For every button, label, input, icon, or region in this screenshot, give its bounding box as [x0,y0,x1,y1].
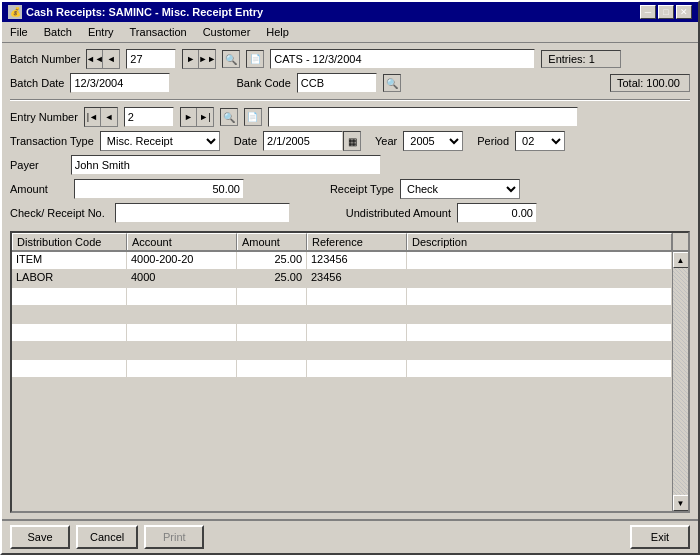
menu-batch[interactable]: Batch [40,24,76,40]
scroll-down-button[interactable]: ▼ [673,495,689,511]
close-button[interactable]: ✕ [676,5,692,19]
undistributed-input[interactable] [457,203,537,223]
entry-number-row: Entry Number |◄ ◄ ► ►| 🔍 📄 [10,107,690,127]
batch-doc-button[interactable]: 📄 [246,50,264,68]
entry-number-input[interactable] [124,107,174,127]
print-button[interactable]: Print [144,525,204,549]
transaction-type-select[interactable]: Misc. Receipt [100,131,220,151]
year-label: Year [375,135,397,147]
batch-next-button[interactable]: ► [183,50,199,68]
cell-dist-code-1: LABOR [12,270,127,287]
entry-next-button[interactable]: ► [181,108,197,126]
col-dist-code: Distribution Code [12,233,127,250]
menu-bar: File Batch Entry Transaction Customer He… [2,22,698,43]
maximize-button[interactable]: □ [658,5,674,19]
period-label: Period [477,135,509,147]
payer-row: Payer [10,155,690,175]
bank-code-input[interactable] [297,73,377,93]
save-button[interactable]: Save [10,525,70,549]
batch-prev-button[interactable]: ◄ [103,50,119,68]
cell-reference-1: 23456 [307,270,407,287]
col-account: Account [127,233,237,250]
table-row[interactable] [12,288,672,306]
scroll-track[interactable] [673,268,688,495]
distribution-table-container: Distribution Code Account Amount Referen… [10,231,690,513]
cell-description-0 [407,252,672,269]
table-row[interactable]: ITEM 4000-200-20 25.00 123456 [12,252,672,270]
table-row[interactable]: LABOR 4000 25.00 23456 [12,270,672,288]
bank-code-search-button[interactable]: 🔍 [383,74,401,92]
app-icon: 💰 [8,5,22,19]
menu-help[interactable]: Help [262,24,293,40]
undistributed-label: Undistributed Amount [346,207,451,219]
date-input-group: ▦ [263,131,361,151]
title-bar: 💰 Cash Receipts: SAMINC - Misc. Receipt … [2,2,698,22]
batch-date-label: Batch Date [10,77,64,89]
minimize-button[interactable]: ─ [640,5,656,19]
entry-search-button[interactable]: 🔍 [220,108,238,126]
cell-account-1: 4000 [127,270,237,287]
bottom-bar: Save Cancel Print Exit [2,519,698,553]
date-input[interactable] [263,131,343,151]
receipt-type-select[interactable]: Check Cash EFT [400,179,520,199]
entries-info: Entries: 1 [541,50,621,68]
receipt-type-label: Receipt Type [330,183,394,195]
entry-prev-button[interactable]: ◄ [101,108,117,126]
entry-note-input[interactable] [268,107,578,127]
menu-entry[interactable]: Entry [84,24,118,40]
amount-input[interactable] [74,179,244,199]
table-body-wrapper: ITEM 4000-200-20 25.00 123456 LABOR 4000… [12,252,688,511]
menu-file[interactable]: File [6,24,32,40]
date-label: Date [234,135,257,147]
batch-number-input[interactable] [126,49,176,69]
col-reference: Reference [307,233,407,250]
window-title: Cash Receipts: SAMINC - Misc. Receipt En… [26,6,263,18]
cancel-button[interactable]: Cancel [76,525,138,549]
payer-label: Payer [10,159,39,171]
period-select[interactable]: 01 02 03 04 05 06 07 08 09 10 11 12 [515,131,565,151]
col-description: Description [407,233,672,250]
transaction-type-label: Transaction Type [10,135,94,147]
cell-amount-0: 25.00 [237,252,307,269]
batch-search-button[interactable]: 🔍 [222,50,240,68]
batch-info-input[interactable] [270,49,535,69]
batch-last-button[interactable]: ►► [199,50,215,68]
menu-customer[interactable]: Customer [199,24,255,40]
entry-last-button[interactable]: ►| [197,108,213,126]
menu-transaction[interactable]: Transaction [126,24,191,40]
batch-number-row: Batch Number ◄◄ ◄ ► ►► 🔍 📄 Entries: 1 [10,49,690,69]
vertical-scrollbar[interactable]: ▲ ▼ [672,252,688,511]
cell-description-1 [407,270,672,287]
calendar-button[interactable]: ▦ [343,131,361,151]
batch-first-button[interactable]: ◄◄ [87,50,103,68]
batch-date-input[interactable] [70,73,170,93]
scroll-up-button[interactable]: ▲ [673,252,689,268]
batch-date-row: Batch Date Bank Code 🔍 Total: 100.00 [10,73,690,93]
table-row[interactable] [12,306,672,324]
amount-label: Amount [10,183,48,195]
table-row[interactable] [12,360,672,378]
col-amount: Amount [237,233,307,250]
check-input[interactable] [115,203,290,223]
entry-nav-group: |◄ ◄ [84,107,118,127]
bank-code-label: Bank Code [236,77,290,89]
transaction-type-row: Transaction Type Misc. Receipt Date ▦ Ye… [10,131,690,151]
payer-input[interactable] [71,155,381,175]
batch-number-label: Batch Number [10,53,80,65]
content-area: Batch Number ◄◄ ◄ ► ►► 🔍 📄 Entries: 1 Ba… [2,43,698,519]
year-select[interactable]: 2005 2004 2003 [403,131,463,151]
entry-nav-group-right: ► ►| [180,107,214,127]
table-row[interactable] [12,378,672,396]
entry-doc-button[interactable]: 📄 [244,108,262,126]
batch-nav-group: ◄◄ ◄ [86,49,120,69]
table-row[interactable] [12,324,672,342]
entry-first-button[interactable]: |◄ [85,108,101,126]
batch-nav-group-right: ► ►► [182,49,216,69]
check-row: Check/ Receipt No. Undistributed Amount [10,203,690,223]
main-window: 💰 Cash Receipts: SAMINC - Misc. Receipt … [0,0,700,555]
table-body: ITEM 4000-200-20 25.00 123456 LABOR 4000… [12,252,672,511]
table-row[interactable] [12,342,672,360]
cell-account-0: 4000-200-20 [127,252,237,269]
cell-amount-1: 25.00 [237,270,307,287]
exit-button[interactable]: Exit [630,525,690,549]
